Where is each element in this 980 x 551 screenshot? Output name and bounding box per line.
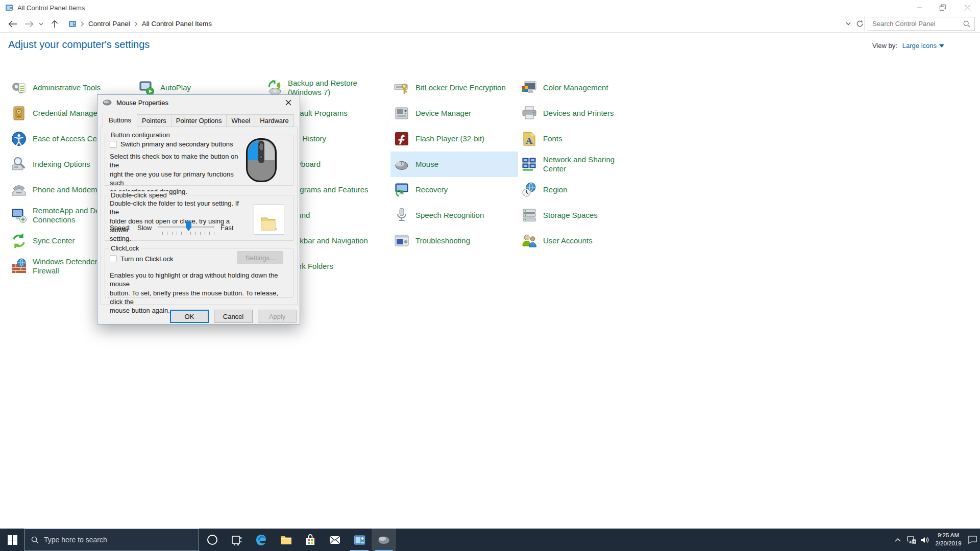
cp-item-storage-spaces[interactable]: Storage Spaces bbox=[518, 203, 646, 228]
double-click-speed-legend: Double-click speed bbox=[109, 191, 169, 199]
control-panel-window-icon bbox=[5, 4, 13, 12]
edge-button[interactable] bbox=[249, 529, 274, 551]
cp-item-region[interactable]: Region bbox=[518, 177, 646, 203]
defender-firewall-icon bbox=[11, 258, 27, 274]
cp-item-label: Network and Sharing Center bbox=[543, 155, 643, 174]
tab-hardware[interactable]: Hardware bbox=[255, 114, 293, 127]
mouse-properties-dialog: Mouse Properties ButtonsPointersPointer … bbox=[97, 94, 300, 324]
button-configuration-description: Select this check box to make the button… bbox=[110, 152, 238, 196]
cp-item-device-manager[interactable]: Device Manager bbox=[390, 101, 518, 126]
switch-buttons-checkbox-row[interactable]: Switch primary and secondary buttons bbox=[110, 140, 233, 148]
cp-item-label: File History bbox=[288, 134, 387, 143]
clicklock-legend: ClickLock bbox=[109, 244, 141, 252]
action-center-icon[interactable] bbox=[965, 529, 980, 551]
tab-pointer-options[interactable]: Pointer Options bbox=[171, 114, 227, 127]
back-button[interactable] bbox=[6, 20, 19, 28]
admin-tools-icon bbox=[11, 80, 27, 96]
breadcrumb-control-panel[interactable]: Control Panel bbox=[88, 20, 130, 28]
start-button[interactable] bbox=[0, 529, 24, 551]
tab-wheel[interactable]: Wheel bbox=[226, 114, 255, 127]
recent-locations-chevron[interactable] bbox=[37, 22, 45, 26]
address-dropdown-chevron[interactable] bbox=[846, 22, 851, 26]
cp-item-label: User Accounts bbox=[543, 236, 643, 245]
cp-item-label: Troubleshooting bbox=[415, 236, 515, 245]
cp-item-color-management[interactable]: Color Management bbox=[518, 75, 646, 101]
restore-button[interactable] bbox=[931, 0, 954, 15]
cp-item-label: Devices and Printers bbox=[543, 109, 643, 118]
cp-item-devices-and-printers[interactable]: Devices and Printers bbox=[518, 101, 646, 126]
cp-item-label: Device Manager bbox=[415, 109, 515, 118]
network-icon[interactable] bbox=[904, 529, 918, 551]
control-panel-button[interactable] bbox=[347, 529, 372, 551]
cortana-button[interactable] bbox=[200, 529, 225, 551]
cp-item-fonts[interactable]: AFonts bbox=[518, 126, 646, 152]
minimize-button[interactable] bbox=[908, 0, 931, 15]
speed-label: Speed: bbox=[110, 223, 131, 232]
button-configuration-legend: Button configuration bbox=[109, 131, 172, 139]
cp-item-label: Keyboard bbox=[288, 160, 387, 169]
cp-item-recovery[interactable]: Recovery bbox=[390, 177, 518, 203]
ok-button[interactable]: OK bbox=[170, 310, 209, 323]
store-button[interactable] bbox=[298, 529, 323, 551]
tab-buttons[interactable]: Buttons bbox=[103, 113, 137, 128]
recovery-icon bbox=[394, 182, 410, 198]
store-icon bbox=[304, 534, 316, 546]
cp-item-user-accounts[interactable]: User Accounts bbox=[518, 228, 646, 254]
cp-item-bitlocker-drive-encryption[interactable]: BitLocker Drive Encryption bbox=[390, 75, 518, 101]
mouse-icon bbox=[103, 99, 112, 106]
tab-pointers[interactable]: Pointers bbox=[137, 114, 172, 127]
search-control-panel-box[interactable]: Search Control Panel bbox=[868, 17, 975, 31]
breadcrumb: Control Panel All Control Panel Items bbox=[81, 20, 212, 28]
mouse-icon bbox=[394, 156, 410, 172]
cp-item-label: Storage Spaces bbox=[543, 211, 643, 220]
troubleshooting-icon bbox=[394, 233, 410, 249]
cortana-icon bbox=[206, 534, 218, 546]
cp-item-label: Fonts bbox=[543, 134, 643, 143]
switch-buttons-checkbox[interactable] bbox=[110, 141, 116, 147]
mouse-properties-button[interactable] bbox=[372, 529, 396, 551]
cp-item-mouse[interactable]: Mouse bbox=[390, 152, 518, 177]
taskbar-search-placeholder: Type here to search bbox=[44, 536, 107, 544]
taskbar-clock[interactable]: 9:25 AM 2/20/2019 bbox=[932, 532, 965, 547]
search-icon[interactable] bbox=[963, 20, 970, 28]
double-click-description: Double-click the folder to test your set… bbox=[110, 199, 240, 243]
clicklock-settings-button[interactable]: Settings... bbox=[237, 251, 283, 264]
phone-modem-icon bbox=[11, 182, 27, 198]
cp-item-speech-recognition[interactable]: Speech Recognition bbox=[390, 203, 518, 228]
file-explorer-button[interactable] bbox=[274, 529, 298, 551]
view-by-dropdown[interactable]: Large icons bbox=[902, 42, 944, 49]
up-button[interactable] bbox=[48, 20, 61, 28]
search-placeholder: Search Control Panel bbox=[872, 20, 963, 28]
refresh-icon[interactable] bbox=[856, 20, 864, 28]
address-bar: Control Panel All Control Panel Items Se… bbox=[0, 15, 980, 33]
breadcrumb-all-control-panel-items[interactable]: All Control Panel Items bbox=[142, 20, 212, 28]
mail-button[interactable] bbox=[323, 529, 347, 551]
cancel-button[interactable]: Cancel bbox=[214, 310, 253, 323]
dialog-titlebar[interactable]: Mouse Properties bbox=[97, 95, 300, 110]
cp-item-flash-player-32-bit[interactable]: Flash Player (32-bit) bbox=[390, 126, 518, 152]
taskbar-search-box[interactable]: Type here to search bbox=[24, 529, 199, 551]
double-click-test-area[interactable] bbox=[254, 204, 284, 235]
region-icon bbox=[521, 182, 537, 198]
volume-icon[interactable] bbox=[918, 529, 932, 551]
cp-item-label: Work Folders bbox=[288, 262, 387, 271]
cp-item-troubleshooting[interactable]: Troubleshooting bbox=[390, 228, 518, 254]
control-panel-icon bbox=[353, 534, 366, 546]
task-view-button[interactable] bbox=[225, 529, 249, 551]
cp-item-network-and-sharing[interactable]: Network and Sharing Center bbox=[518, 152, 646, 177]
dialog-close-icon[interactable] bbox=[277, 95, 300, 110]
turn-on-clicklock-checkbox[interactable] bbox=[110, 256, 116, 262]
window-titlebar: All Control Panel Items bbox=[0, 0, 980, 15]
system-tray: 9:25 AM 2/20/2019 bbox=[891, 529, 980, 551]
apply-button[interactable]: Apply bbox=[258, 310, 297, 323]
speed-fast-label: Fast bbox=[220, 223, 233, 232]
color-management-icon bbox=[521, 80, 537, 96]
cp-item-label: Recovery bbox=[415, 185, 515, 194]
close-button[interactable] bbox=[954, 0, 980, 15]
turn-on-clicklock-row[interactable]: Turn on ClickLock bbox=[110, 255, 174, 263]
edge-icon bbox=[255, 533, 268, 546]
tray-expand-chevron-icon[interactable] bbox=[891, 529, 904, 551]
search-icon bbox=[31, 536, 39, 544]
forward-button[interactable] bbox=[22, 20, 36, 28]
test-folder-icon[interactable] bbox=[260, 216, 278, 231]
